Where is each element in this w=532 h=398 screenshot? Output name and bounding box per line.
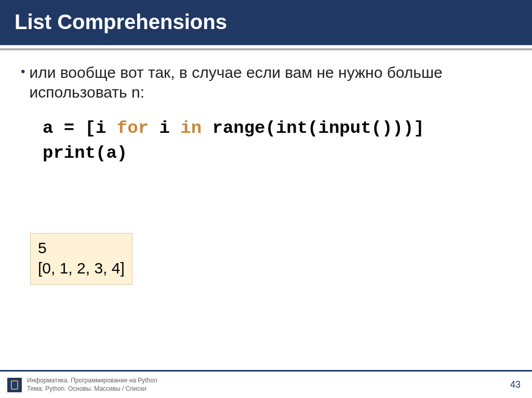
footer-logo-icon bbox=[7, 378, 22, 392]
code-line-1: a = [i for i in range(int(input()))] bbox=[43, 116, 509, 141]
code-text: i bbox=[149, 118, 180, 138]
footer-line-2: Тема: Python. Основы. Массивы / Списки bbox=[27, 385, 510, 393]
code-keyword-for: for bbox=[117, 118, 149, 138]
slide-footer: Информатика. Программирование на Python … bbox=[0, 370, 532, 398]
slide: List Comprehensions • или вообще вот так… bbox=[0, 0, 532, 398]
slide-body: • или вообще вот так, в случае если вам … bbox=[0, 50, 532, 285]
output-line-2: [0, 1, 2, 3, 4] bbox=[38, 258, 125, 278]
code-keyword-in: in bbox=[180, 118, 202, 138]
slide-header: List Comprehensions bbox=[0, 0, 532, 45]
footer-logo-inner bbox=[11, 380, 18, 390]
page-number: 43 bbox=[510, 379, 521, 390]
slide-title: List Comprehensions bbox=[15, 10, 517, 34]
bullet-dot-icon: • bbox=[21, 63, 25, 80]
bullet-text: или вообще вот так, в случае если вам не… bbox=[29, 63, 509, 102]
code-line-2: print(a) bbox=[43, 141, 509, 166]
code-text: a = [i bbox=[43, 118, 117, 138]
footer-line-1: Информатика. Программирование на Python bbox=[27, 377, 510, 385]
bullet-item: • или вообще вот так, в случае если вам … bbox=[33, 63, 509, 102]
code-text: range(int(input()))] bbox=[202, 118, 424, 138]
output-box: 5 [0, 1, 2, 3, 4] bbox=[30, 233, 132, 285]
code-block: a = [i for i in range(int(input()))] pri… bbox=[43, 116, 509, 166]
output-line-1: 5 bbox=[38, 238, 125, 258]
footer-text: Информатика. Программирование на Python … bbox=[27, 377, 510, 393]
